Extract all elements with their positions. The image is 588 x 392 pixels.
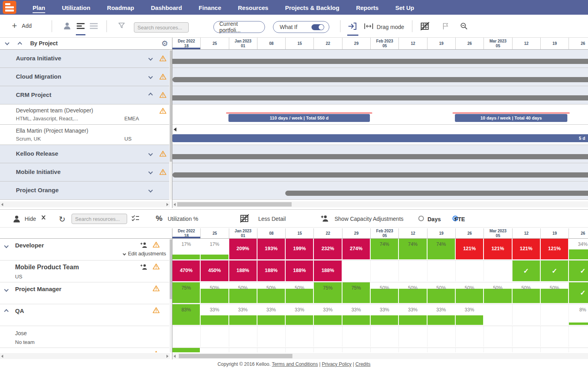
project-panel-hscrollbar[interactable] — [0, 201, 170, 207]
terms-link[interactable]: Terms and Conditions — [272, 361, 318, 367]
chevron-up-icon[interactable] — [4, 309, 8, 313]
project-row-kelloo-release[interactable]: Kelloo Release — [0, 145, 169, 163]
resource-group-row-developer[interactable]: DeveloperEdit adjustments — [0, 239, 169, 261]
timeline-col-mar-2023-05[interactable]: Mar 202305 — [484, 38, 512, 49]
add-button[interactable]: + Add — [12, 21, 32, 30]
warning-icon[interactable] — [153, 241, 160, 249]
less-detail-label[interactable]: Less Detail — [258, 216, 286, 222]
timeline-col-29[interactable]: 29 — [342, 38, 371, 49]
nav-item-resources[interactable]: Resources — [230, 1, 277, 14]
list-view-icon[interactable] — [77, 23, 85, 30]
warning-icon[interactable] — [159, 55, 166, 63]
warning-icon[interactable] — [159, 92, 166, 100]
less-detail-icon[interactable] — [240, 214, 250, 224]
chevron-up-icon[interactable] — [148, 93, 153, 97]
person-add-icon[interactable] — [320, 215, 330, 224]
fte-radio-label[interactable]: FTE — [455, 216, 465, 222]
what-if-toggle[interactable] — [311, 24, 324, 30]
timeline-col-26[interactable]: 26 — [456, 228, 484, 238]
nav-item-roadmap[interactable]: Roadmap — [99, 1, 142, 14]
timeline-col-feb-2023-05[interactable]: Feb 202305 — [371, 228, 399, 238]
summary-bar[interactable] — [172, 172, 588, 178]
warning-icon[interactable] — [153, 351, 160, 352]
project-row-crm-project[interactable]: CRM Project — [0, 86, 169, 104]
search-resources-bottom-input[interactable] — [72, 214, 127, 224]
timeline-col-29[interactable]: 29 — [342, 228, 371, 238]
timeline-col-jan-2023-01[interactable]: Jan 202301 — [229, 38, 257, 49]
timeline-col-12[interactable]: 12 — [399, 228, 427, 238]
timeline-col-22[interactable]: 22 — [314, 228, 342, 238]
hide-grid-icon[interactable] — [420, 22, 430, 32]
resource-group-row-jose[interactable]: JoseNo team — [0, 326, 169, 348]
resource-row-ella-martin-project-manager[interactable]: Ella Martin (Project Manager)Scrum, UKUS — [0, 125, 169, 145]
timeline-col-19[interactable]: 19 — [427, 228, 456, 238]
timeline-col-jan-2023-01[interactable]: Jan 202301 — [229, 228, 257, 238]
warning-icon[interactable] — [159, 151, 166, 158]
chevron-down-icon[interactable] — [148, 170, 153, 174]
timeline-col-19[interactable]: 19 — [427, 38, 456, 49]
what-if-control[interactable]: What If — [273, 21, 329, 33]
timeline-col-15[interactable]: 15 — [286, 38, 314, 49]
person-add-icon[interactable] — [140, 242, 149, 250]
chevron-down-icon[interactable] — [148, 188, 153, 192]
days-radio-label[interactable]: Days — [427, 216, 441, 222]
summary-bar[interactable] — [172, 154, 588, 159]
nav-item-plan[interactable]: Plan — [24, 1, 54, 14]
timeline-col-19[interactable]: 19 — [541, 38, 569, 49]
utilization-mode-label[interactable]: Utilization % — [168, 216, 198, 222]
timeline-col-25[interactable]: 25 — [201, 38, 229, 49]
kelloo-logo-icon[interactable] — [3, 1, 16, 14]
warning-icon[interactable] — [159, 169, 166, 177]
resource-group-row-qa[interactable]: QA — [0, 304, 169, 326]
select-columns-icon[interactable] — [131, 214, 140, 224]
resource-group-row-project-manager[interactable]: Project Manager — [0, 282, 169, 304]
settings-gear-icon[interactable]: ⚙ — [161, 39, 168, 48]
warning-icon[interactable] — [159, 108, 166, 116]
nav-item-set-up[interactable]: Set Up — [387, 1, 423, 14]
timeline-col-22[interactable]: 22 — [314, 38, 342, 49]
collapse-panel-icon[interactable] — [42, 214, 45, 220]
resource-group-row-mobile-product-team[interactable]: Mobile Product TeamUS — [0, 261, 169, 282]
timeline-col-26[interactable]: 26 — [569, 38, 588, 49]
nav-item-finance[interactable]: Finance — [190, 1, 230, 14]
scroll-left-marker[interactable] — [174, 127, 176, 131]
timeline-col-08[interactable]: 08 — [257, 228, 286, 238]
timeline-col-12[interactable]: 12 — [513, 38, 541, 49]
zoom-out-icon[interactable] — [460, 22, 468, 32]
refresh-icon[interactable]: ↻ — [59, 214, 66, 224]
timeline-col-12[interactable]: 12 — [513, 228, 541, 238]
timeline-col-12[interactable]: 12 — [399, 38, 427, 49]
chevron-down-icon[interactable] — [148, 151, 153, 156]
timeline-col-26[interactable]: 26 — [456, 38, 484, 49]
utilization-hscrollbar[interactable] — [172, 353, 588, 359]
chevron-down-icon[interactable] — [4, 243, 8, 248]
collapse-all-icon[interactable] — [17, 42, 22, 46]
timeline-col-19[interactable]: 19 — [541, 228, 569, 238]
timeline-col-25[interactable]: 25 — [201, 228, 229, 238]
resource-view-icon[interactable] — [64, 23, 71, 30]
task-bar[interactable]: 5 d — [172, 134, 588, 142]
timeline-col-08[interactable]: 08 — [257, 38, 286, 49]
edit-adjustments-link[interactable]: Edit adjustments — [123, 251, 166, 257]
gantt-hscrollbar[interactable] — [172, 201, 588, 207]
timeline-col-dec-2022-18[interactable]: Dec 202218 — [172, 38, 201, 49]
resource-panel-hscrollbar[interactable] — [0, 353, 170, 359]
summary-bar[interactable] — [172, 77, 588, 82]
task-bar[interactable]: 110 days / week | Total 550 d — [228, 114, 370, 122]
nav-item-utilization[interactable]: Utilization — [54, 1, 99, 14]
resource-row-development-team-developer[interactable]: Development team (Developer)HTML, Javasc… — [0, 104, 169, 125]
chevron-down-icon[interactable] — [148, 56, 153, 60]
nav-item-dashboard[interactable]: Dashboard — [143, 1, 190, 14]
days-radio[interactable] — [418, 216, 424, 221]
timeline-col-mar-2023-05[interactable]: Mar 202305 — [484, 228, 512, 238]
project-row-project-orange[interactable]: Project Orange — [0, 182, 169, 200]
credits-link[interactable]: Credits — [356, 361, 371, 367]
project-row-aurora-initiative[interactable]: Aurora Initiative — [0, 50, 169, 68]
search-resources-input[interactable] — [134, 22, 189, 33]
person-add-icon[interactable] — [140, 264, 149, 272]
task-bar[interactable]: 10 days / week | Total 40 days — [455, 114, 567, 122]
flag-icon[interactable] — [442, 22, 450, 32]
expand-all-icon[interactable] — [5, 41, 9, 45]
project-row-mobile-initiative[interactable]: Mobile Initiative — [0, 163, 169, 182]
chevron-down-icon[interactable] — [4, 287, 8, 292]
